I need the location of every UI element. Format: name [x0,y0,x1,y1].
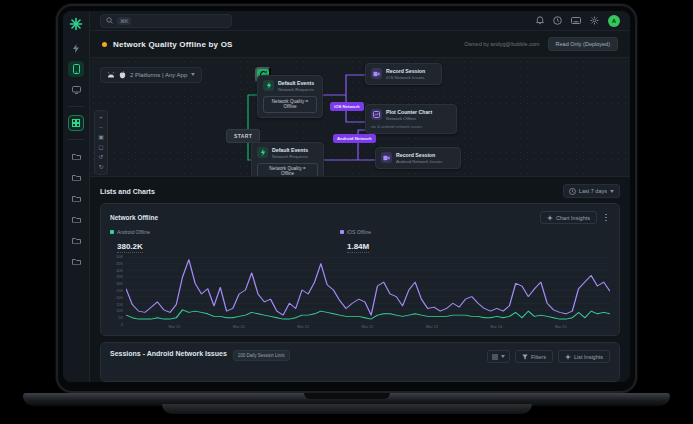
read-only-button[interactable]: Read Only (Deployed) [548,37,618,51]
sidebar-item-flows[interactable] [68,115,84,131]
clock-icon [569,188,576,195]
legend-label: iOS Offline [347,229,371,235]
search-input[interactable]: ⌘K [100,14,232,28]
flow-node-plot-counter[interactable]: Plot Counter Chart Network Offline ios &… [365,104,457,134]
history-clock-icon[interactable] [553,16,562,25]
sidebar-folder-5[interactable] [68,232,84,248]
sidebar-divider [68,106,84,107]
start-node[interactable]: START [226,129,260,143]
phone-icon [73,64,80,74]
legend-value[interactable]: 380.2K [117,242,143,253]
flow-node-event-top[interactable]: Default Events Network Requests Network … [257,75,323,118]
date-range-selector[interactable]: Last 7 days [563,184,620,198]
x-tick-label: Mar 25 [555,325,567,329]
node-condition[interactable]: Network Quality = Offline [257,163,318,177]
zoom-in-button[interactable]: + [96,113,106,122]
view-select[interactable] [487,350,510,363]
chart-insights-button[interactable]: Chart Insights [540,211,597,224]
node-subtitle: Network Requests [278,87,314,92]
x-tick-label: Mar 20 [233,325,245,329]
sidebar-folder-4[interactable] [68,211,84,227]
flow-node-event-bottom[interactable]: Default Events Network Requests Network … [251,142,324,177]
series-android-offline [126,310,610,319]
app-logo-icon [69,17,83,31]
search-shortcut: ⌘K [117,17,131,25]
chart-menu-icon[interactable] [602,214,610,222]
node-subtitle: Network Requests [272,154,308,159]
legend-dot-purple [340,230,344,234]
page-title: Network Quality Offline by OS [113,40,233,49]
sidebar-folder-2[interactable] [68,169,84,185]
sparkle-icon [565,354,571,360]
sidebar-item-devices[interactable] [68,82,84,98]
folder-icon [72,153,81,160]
record-session-icon [371,68,382,79]
platform-selector-label: 2 Platforms | Any App [130,72,187,78]
node-subtitle: Network Offline [386,116,432,121]
flow-node-record-ios[interactable]: Record Session iOS Network Issues [365,63,442,85]
list-insights-button[interactable]: List Insights [558,350,610,363]
laptop-lid: ⌘K A Network Quality Offline by OS Owned… [56,4,637,393]
flow-node-record-android[interactable]: Record Session Android Network Issues [375,147,461,169]
chart-plot [126,257,610,323]
sidebar-folder-6[interactable] [68,253,84,269]
chart-icon [371,109,382,120]
network-offline-chart-card: Network Offline Chart Insights Android O… [100,203,620,336]
legend-value[interactable]: 1.84M [347,242,369,253]
laptop-base-lip [162,404,532,414]
node-condition[interactable]: Network Quality = Offline [263,96,317,113]
fit-view-button[interactable]: ▣ [96,133,106,142]
redo-button[interactable]: ↻ [96,163,106,172]
chevron-down-icon [191,73,195,76]
sidebar-divider [68,139,84,140]
node-title: Record Session [396,152,442,158]
list-insights-label: List Insights [574,354,603,360]
user-avatar[interactable]: A [608,15,620,27]
chart-insights-label: Chart Insights [556,215,590,221]
undo-button[interactable]: ↺ [96,153,106,162]
y-axis-labels: 05K10K15K20K25K30K35K40K45K50K [110,257,126,331]
apple-icon [119,71,126,79]
laptop-mockup: ⌘K A Network Quality Offline by OS Owned… [0,0,693,424]
y-tick-label: 40K [116,269,123,273]
folder-icon [72,237,81,244]
sidebar-item-mobile[interactable] [68,61,84,77]
y-tick-label: 10K [116,309,123,313]
chart-title: Network Offline [110,214,158,221]
notifications-bell-icon[interactable] [536,16,544,25]
x-tick-label: Mar 22 [362,325,374,329]
line-chart[interactable]: Mar 19Mar 20Mar 21Mar 22Mar 23Mar 24Mar … [126,257,610,331]
y-tick-label: 30K [116,282,123,286]
laptop-base-notch [304,393,390,399]
zoom-out-button[interactable]: − [96,123,106,132]
y-tick-label: 50K [116,255,123,259]
folder-icon [72,258,81,265]
folder-icon [72,174,81,181]
keyboard-icon[interactable] [571,17,581,24]
y-tick-label: 35K [116,275,123,279]
node-title: Default Events [278,80,314,86]
sidebar-item-alerts[interactable] [68,40,84,56]
monitor-icon [72,86,81,94]
sessions-title: Sessions - Android Network Issues [110,350,227,357]
sidebar-folder-1[interactable] [68,148,84,164]
folder-icon [72,195,81,202]
app-window: ⌘K A Network Quality Offline by OS Owned… [63,11,630,382]
x-tick-label: Mar 21 [297,325,309,329]
sessions-list-card: Sessions - Android Network Issues 100 Da… [100,342,620,382]
flow-canvas[interactable]: 2 Platforms | Any App + − ▣ ◻ ↺ ↻ S [90,57,630,177]
settings-gear-icon[interactable] [590,16,599,25]
filters-button[interactable]: Filters [515,350,553,363]
date-range-label: Last 7 days [579,188,607,194]
filters-label: Filters [531,354,546,360]
node-subtitle: iOS Network Issues [386,75,425,80]
y-tick-label: 45K [116,262,123,266]
platform-selector[interactable]: 2 Platforms | Any App [100,67,202,83]
y-tick-label: 5K [118,316,123,320]
events-icon [257,147,268,158]
owned-by-text: Owned by andyg@bubble.com [464,41,539,47]
y-tick-label: 15K [116,303,123,307]
legend-android-offline: Android Offline 380.2K [110,229,340,253]
sidebar-folder-3[interactable] [68,190,84,206]
lock-button[interactable]: ◻ [96,143,106,152]
